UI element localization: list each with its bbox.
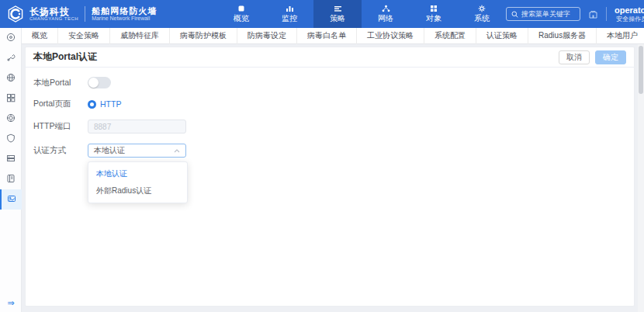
- search-icon: [511, 7, 518, 21]
- field-label: 认证方式: [33, 145, 88, 156]
- field-label: Portal页面: [33, 99, 88, 109]
- product-name: 船舶网络防火墙: [92, 7, 157, 16]
- user-name: operator: [615, 5, 644, 16]
- brand-logo-icon: [6, 5, 25, 23]
- nav-item-network[interactable]: 网络: [362, 0, 410, 28]
- header-right: operator 安全操作员: [506, 5, 644, 23]
- form-row-portal-page: Portal页面 HTTP: [33, 99, 626, 109]
- user-menu[interactable]: operator 安全操作员: [615, 5, 644, 23]
- scrollbar-thumb[interactable]: [639, 46, 643, 94]
- brand: 长扬科技 CHANGYANG TECH 船舶网络防火墙 Marine Netwo…: [0, 5, 217, 23]
- icon-sidebar: ⇒: [0, 28, 22, 312]
- portal-auth-card: 本地Portal认证 取消 确定 本地Portal Portal页面 HTTP: [25, 47, 635, 307]
- nav-item-system[interactable]: 系统: [458, 0, 506, 28]
- auth-method-select[interactable]: 本地认证: [88, 144, 186, 158]
- portal-card-icon: [7, 192, 16, 206]
- secondary-tabbar: 概览 安全策略 威胁特征库 病毒防护模板 防病毒设定 病毒白名单 工业协议策略 …: [22, 28, 644, 44]
- dropdown-option-local-auth[interactable]: 本地认证: [88, 165, 187, 182]
- http-port-input[interactable]: [88, 120, 186, 133]
- objects-icon: [430, 5, 438, 12]
- menu-search[interactable]: [506, 7, 580, 21]
- modules-icon: [6, 92, 16, 106]
- field-label: 本地Portal: [33, 78, 88, 88]
- sidebar-item-portal[interactable]: [0, 189, 22, 210]
- collapse-arrow-icon[interactable]: ⇒: [0, 298, 22, 308]
- target-icon: [6, 112, 16, 126]
- top-header: 长扬科技 CHANGYANG TECH 船舶网络防火墙 Marine Netwo…: [0, 0, 644, 28]
- network-icon: [382, 5, 390, 12]
- header-divider: [606, 7, 607, 21]
- tab-security-policy[interactable]: 安全策略: [58, 28, 110, 44]
- server-icon: [6, 152, 16, 166]
- sidebar-item-globe[interactable]: [0, 68, 22, 88]
- tab-local-users[interactable]: 本地用户: [597, 28, 644, 44]
- sidebar-item-notebook[interactable]: [0, 169, 22, 189]
- tab-antivirus-settings[interactable]: 防病毒设定: [237, 28, 297, 44]
- nav-item-overview[interactable]: 概览: [217, 0, 265, 28]
- sidebar-item-server[interactable]: [0, 149, 22, 169]
- monitor-icon: [286, 5, 294, 12]
- card-actions: 取消 确定: [559, 50, 626, 64]
- sidebar-item-shield[interactable]: [0, 129, 22, 149]
- card-header: 本地Portal认证 取消 确定: [26, 47, 634, 68]
- dropdown-option-external-radius[interactable]: 外部Radius认证: [88, 182, 187, 199]
- company-name: 长扬科技: [29, 7, 78, 17]
- vertical-scrollbar[interactable]: [638, 44, 644, 312]
- shield-icon: [6, 132, 16, 146]
- select-value: 本地认证: [94, 145, 174, 156]
- radio-selected-icon: [88, 100, 96, 109]
- portal-auth-form: 本地Portal Portal页面 HTTP HTTP端口 认证方式: [26, 68, 634, 177]
- brand-divider: [85, 6, 85, 22]
- form-row-auth-method: 认证方式 本地认证 本地认证 外部Radius认证: [33, 144, 626, 158]
- company-name-en: CHANGYANG TECH: [29, 16, 78, 21]
- search-input[interactable]: [521, 10, 576, 18]
- system-icon: [478, 5, 486, 12]
- main-nav: 概览 监控 策略 网络: [217, 0, 506, 28]
- nav-item-monitor[interactable]: 监控: [265, 0, 313, 28]
- policy-icon: [334, 5, 342, 12]
- tab-antivirus-template[interactable]: 病毒防护模板: [170, 28, 237, 44]
- tab-system-config[interactable]: 系统配置: [424, 28, 476, 44]
- nav-item-policy[interactable]: 策略: [313, 0, 362, 28]
- nav-item-objects[interactable]: 对象: [410, 0, 458, 28]
- cancel-button[interactable]: 取消: [559, 50, 590, 64]
- chevron-up-icon: [174, 149, 180, 153]
- tab-threat-signature-db[interactable]: 威胁特征库: [110, 28, 170, 44]
- toggle-knob: [88, 78, 99, 88]
- tab-overview[interactable]: 概览: [22, 28, 58, 44]
- gauge-icon: [6, 31, 16, 45]
- auth-method-dropdown: 本地认证 外部Radius认证: [88, 161, 188, 203]
- tab-radius-server[interactable]: Radius服务器: [528, 28, 597, 44]
- tab-auth-policy[interactable]: 认证策略: [476, 28, 528, 44]
- wrench-icon: [6, 51, 16, 65]
- form-row-http-port: HTTP端口: [33, 120, 626, 133]
- sidebar-item-gauge[interactable]: [0, 28, 22, 48]
- page-title: 本地Portal认证: [33, 50, 97, 64]
- app-window: 长扬科技 CHANGYANG TECH 船舶网络防火墙 Marine Netwo…: [0, 0, 644, 312]
- fortress-icon[interactable]: [588, 9, 598, 19]
- user-role: 安全操作员: [616, 16, 644, 23]
- sidebar-item-target[interactable]: [0, 109, 22, 129]
- main-content: 本地Portal认证 取消 确定 本地Portal Portal页面 HTTP: [22, 44, 638, 307]
- tab-virus-whitelist[interactable]: 病毒白名单: [297, 28, 357, 44]
- local-portal-toggle[interactable]: [88, 77, 111, 88]
- sidebar-item-modules[interactable]: [0, 88, 22, 109]
- notebook-icon: [6, 172, 16, 186]
- form-row-local-portal: 本地Portal: [33, 77, 626, 88]
- field-label: HTTP端口: [33, 121, 88, 132]
- http-radio[interactable]: HTTP: [88, 99, 121, 109]
- product-name-en: Marine Network Firewall: [92, 16, 157, 21]
- tab-industrial-protocol-policy[interactable]: 工业协议策略: [357, 28, 424, 44]
- confirm-button[interactable]: 确定: [595, 50, 626, 64]
- globe-icon: [6, 71, 16, 85]
- radio-label: HTTP: [100, 99, 121, 109]
- overview-icon: [237, 5, 245, 12]
- sidebar-item-tools[interactable]: [0, 48, 22, 68]
